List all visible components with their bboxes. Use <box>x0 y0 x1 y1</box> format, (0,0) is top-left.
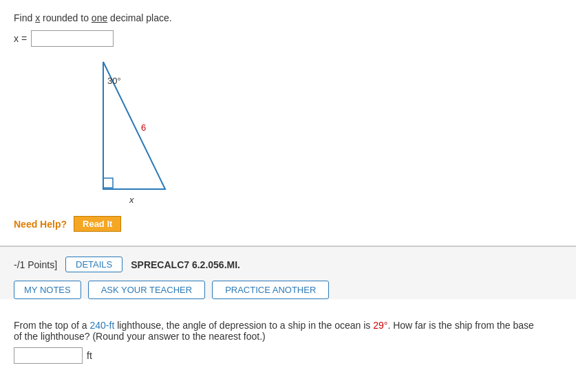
second-answer-row: ft <box>14 347 562 364</box>
variable-x: x <box>35 12 40 23</box>
need-help-label: Need Help? <box>14 219 67 230</box>
svg-text:x: x <box>129 195 134 205</box>
highlight-240ft: 240-ft <box>90 320 115 331</box>
x-label: x = <box>14 33 27 44</box>
points-row: -/1 Points] DETAILS SPRECALC7 6.2.056.MI… <box>14 257 562 272</box>
points-label: -/1 Points] <box>14 259 57 270</box>
text-after-highlight1: lighthouse, the angle of depression to a… <box>114 320 373 331</box>
second-problem-section: From the top of a 240-ft lighthouse, the… <box>0 310 576 378</box>
second-problem-input[interactable] <box>14 347 83 364</box>
svg-text:6: 6 <box>141 122 146 133</box>
triangle-diagram: 30° 6 x <box>83 55 562 206</box>
text-after-highlight2: . How far is the ship from the base <box>387 320 533 331</box>
svg-text:30°: 30° <box>107 76 121 86</box>
practice-another-button[interactable]: PRACTICE ANOTHER <box>212 281 329 299</box>
top-section: Find x rounded to one decimal place. x =… <box>0 0 576 246</box>
bottom-section: -/1 Points] DETAILS SPRECALC7 6.2.056.MI… <box>0 247 576 299</box>
problem-statement: Find x rounded to one decimal place. <box>14 12 562 23</box>
unit-label: ft <box>87 350 92 361</box>
my-notes-button[interactable]: MY NOTES <box>14 281 81 299</box>
word-one: one <box>92 12 107 23</box>
second-problem-text-line2: of the lighthouse? (Round your answer to… <box>14 331 562 342</box>
details-button[interactable]: DETAILS <box>65 257 122 272</box>
read-it-button[interactable]: Read It <box>74 216 121 232</box>
answer-row: x = <box>14 30 562 47</box>
x-input[interactable] <box>31 30 114 47</box>
problem-id: SPRECALC7 6.2.056.MI. <box>131 259 240 270</box>
svg-rect-1 <box>103 178 113 188</box>
second-problem-text: From the top of a 240-ft lighthouse, the… <box>14 320 562 331</box>
ask-teacher-button[interactable]: ASK YOUR TEACHER <box>88 281 205 299</box>
highlight-29deg: 29° <box>373 320 387 331</box>
need-help-row: Need Help? Read It <box>14 216 562 232</box>
text-before-highlight1: From the top of a <box>14 320 90 331</box>
triangle-svg: 30° 6 x <box>83 55 179 206</box>
actions-row: MY NOTES ASK YOUR TEACHER PRACTICE ANOTH… <box>14 281 562 299</box>
